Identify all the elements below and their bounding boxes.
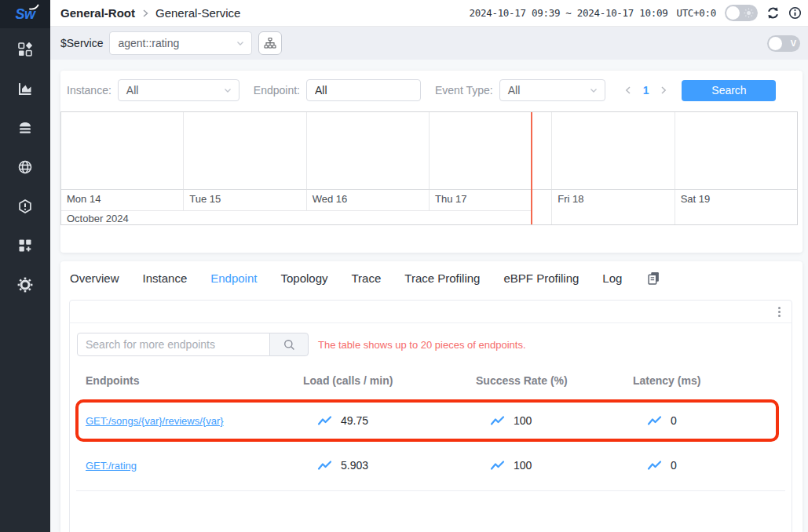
month-label: October 2024 [61,210,531,225]
load-cell: 49.75 [303,414,476,427]
info-button[interactable] [788,6,802,20]
page-number: 1 [643,84,649,97]
latency-cell: 0 [633,414,776,427]
widget-menu-button[interactable] [777,305,782,319]
gear-icon [17,277,33,293]
chevron-down-icon [583,86,598,95]
time-axis-cell[interactable] [61,112,183,189]
kebab-dot [778,315,781,317]
instance-select-value: All [126,84,139,97]
service-variable-label: $Service [60,37,103,49]
tab-trace-profiling[interactable]: Trace Profiling [404,271,480,285]
filter-timeline-card: Instance: All Endpoint: Event Type: All [60,71,803,253]
sidebar-item-extensions[interactable] [9,237,41,254]
time-axis-cell[interactable] [429,112,551,189]
info-icon [788,6,802,20]
sidebar-nav [0,28,50,315]
success-rate-value: 100 [514,459,532,472]
version-toggle[interactable]: V [767,35,800,52]
chevron-down-icon [217,86,232,95]
widget-header [70,301,792,323]
latency-value: 0 [671,459,677,472]
sun-icon [744,5,754,21]
prev-page-button[interactable] [624,86,632,95]
trend-line-icon [490,415,505,426]
time-axis-cell[interactable] [306,112,429,189]
sidebar-item-database[interactable] [9,119,41,137]
day-label[interactable]: Fri 18 [551,190,674,224]
sidebar-item-dashboards[interactable] [9,41,41,58]
sidebar-item-metrics[interactable] [9,80,41,97]
endpoint-search-row: The table shows up to 20 pieces of endpo… [77,333,792,356]
day-label[interactable]: Mon 14 [61,190,183,210]
org-chart-icon [264,37,276,49]
logo-swoosh-icon [29,3,39,10]
sidebar-item-settings[interactable] [9,276,41,293]
column-header-load: Load (calls / min) [303,374,476,387]
search-button[interactable]: Search [682,80,776,101]
day-label[interactable]: Sat 19 [675,190,797,224]
time-axis-cell[interactable] [675,112,797,189]
version-toggle-wrap: V [767,35,800,52]
service-topology-button[interactable] [258,31,282,55]
day-label[interactable]: Tue 15 [183,190,305,210]
time-axis-cell[interactable] [183,112,305,189]
table-header-row: Endpoints Load (calls / min) Success Rat… [70,372,792,389]
endpoint-search-input[interactable] [77,333,270,356]
filter-row: Instance: All Endpoint: Event Type: All [60,79,803,101]
tab-trace[interactable]: Trace [352,271,382,285]
endpoint-search-button[interactable] [269,333,309,356]
endpoint-list-widget: The table shows up to 20 pieces of endpo… [69,300,792,532]
endpoint-link[interactable]: GET:/rating [86,460,303,472]
widgets-plus-icon [17,238,33,253]
endpoint-limit-notice: The table shows up to 20 pieces of endpo… [318,339,526,351]
time-range[interactable]: 2024-10-17 09:39 ~ 2024-10-17 10:09 [470,7,668,19]
timezone-label: UTC+0:0 [676,7,716,19]
instance-filter-label: Instance: [67,84,112,97]
refresh-icon [766,6,780,20]
tab-endpoint[interactable]: Endpoint [210,271,257,285]
database-icon [17,120,33,136]
tab-ebpf-profiling[interactable]: eBPF Profiling [503,271,579,285]
endpoint-filter-label: Endpoint: [254,84,300,97]
success-rate-cell: 100 [476,414,633,427]
time-axis[interactable]: Mon 14 Tue 15 Wed 16 Thu 17 Fri 18 Sat 1… [60,111,798,225]
tab-log[interactable]: Log [602,271,622,285]
refresh-button[interactable] [766,6,780,20]
day-label[interactable]: Wed 16 [306,190,429,210]
chevron-left-icon [624,86,632,95]
breadcrumb-current: General-Service [155,6,240,20]
sidebar-item-alerting[interactable] [9,198,41,215]
version-toggle-knob [769,37,782,50]
main-area: General-Root General-Service 2024-10-17 … [50,0,808,532]
tab-overview[interactable]: Overview [70,271,119,285]
current-time-marker [531,112,532,224]
service-select-value: agent::rating [118,37,179,49]
dashboard-icon [17,42,33,57]
search-icon [283,339,295,351]
chevron-right-icon [660,86,667,95]
theme-toggle[interactable] [725,5,758,21]
event-type-filter-label: Event Type: [435,84,493,97]
sidebar-item-network[interactable] [9,159,41,176]
event-type-select[interactable]: All [499,79,605,101]
time-axis-grid [61,112,797,190]
load-cell: 5.903 [303,459,476,472]
logo[interactable]: Sw [0,0,50,28]
tabs-bar: Overview Instance Endpoint Topology Trac… [60,261,803,294]
day-label[interactable]: Thu 17 [429,190,551,210]
tab-topology[interactable]: Topology [280,271,327,285]
endpoint-link[interactable]: GET:/songs/{var}/reviews/{var} [86,415,303,427]
chevron-down-icon [229,38,245,48]
service-select[interactable]: agent::rating [109,31,252,55]
copy-dashboard-button[interactable] [647,271,660,285]
globe-icon [17,159,33,175]
tab-instance[interactable]: Instance [143,271,188,285]
table-row: GET:/rating 5.903 100 0 [70,447,792,483]
instance-select[interactable]: All [118,79,239,101]
next-page-button[interactable] [660,86,667,95]
endpoint-filter-input[interactable] [306,79,421,101]
time-axis-cell[interactable] [551,112,674,189]
column-header-latency: Latency (ms) [633,374,792,387]
trend-line-icon [647,460,662,471]
